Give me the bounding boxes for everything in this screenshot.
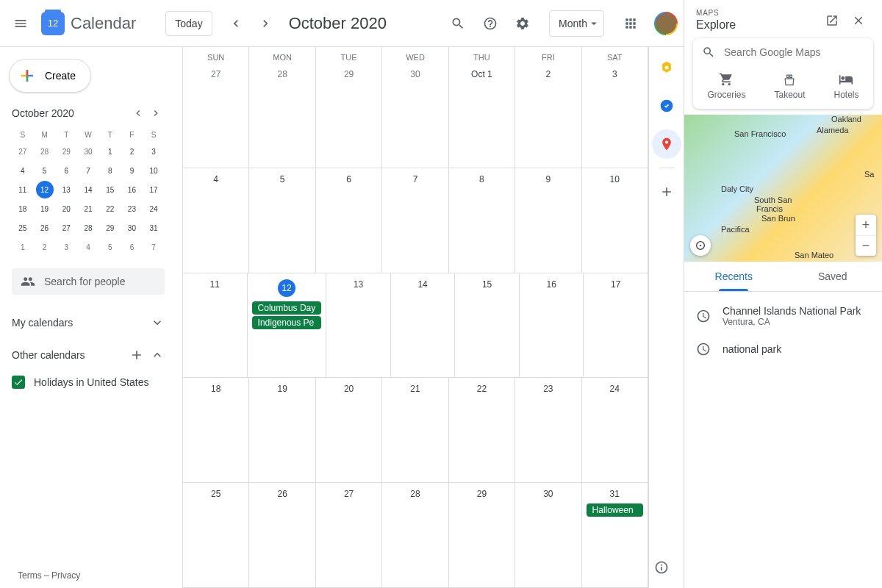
mini-day[interactable]: 17 bbox=[145, 181, 162, 198]
view-switcher[interactable]: Month bbox=[549, 10, 604, 37]
day-cell[interactable]: 16 bbox=[520, 273, 584, 378]
mini-day[interactable]: 12 bbox=[36, 181, 54, 198]
mini-day[interactable]: 5 bbox=[101, 238, 119, 256]
other-calendars-section[interactable]: Other calendars bbox=[6, 339, 171, 371]
add-addon-button[interactable] bbox=[652, 177, 681, 207]
maps-search-input[interactable] bbox=[724, 46, 864, 58]
tab-saved[interactable]: Saved bbox=[784, 262, 883, 291]
recenter-button[interactable] bbox=[690, 235, 711, 256]
tab-recents[interactable]: Recents bbox=[684, 262, 784, 291]
mini-day[interactable]: 30 bbox=[79, 143, 97, 160]
mini-day[interactable]: 15 bbox=[101, 181, 119, 198]
search-button[interactable] bbox=[443, 9, 473, 38]
mini-day[interactable]: 1 bbox=[14, 238, 32, 256]
day-cell[interactable]: 26 bbox=[249, 483, 315, 587]
mini-day[interactable]: 20 bbox=[57, 200, 75, 218]
day-cell[interactable]: 27 bbox=[183, 63, 249, 168]
day-cell[interactable]: 28 bbox=[382, 483, 448, 587]
mini-day[interactable]: 4 bbox=[79, 238, 97, 256]
mini-day[interactable]: 19 bbox=[36, 200, 54, 218]
menu-button[interactable] bbox=[6, 9, 35, 38]
day-cell[interactable]: 23 bbox=[515, 378, 581, 482]
settings-button[interactable] bbox=[508, 9, 537, 38]
mini-day[interactable]: 13 bbox=[57, 181, 75, 198]
day-cell[interactable]: 4 bbox=[183, 168, 249, 273]
day-cell[interactable]: 3 bbox=[582, 63, 648, 168]
mini-day[interactable]: 28 bbox=[79, 219, 97, 237]
mini-day[interactable]: 9 bbox=[123, 162, 140, 179]
day-cell[interactable]: 25 bbox=[183, 483, 249, 587]
apps-button[interactable] bbox=[616, 9, 645, 38]
mini-day[interactable]: 22 bbox=[101, 200, 119, 218]
zoom-in-button[interactable]: + bbox=[856, 215, 876, 235]
mini-day[interactable]: 2 bbox=[123, 143, 140, 160]
help-button[interactable] bbox=[476, 9, 505, 38]
mini-day[interactable]: 6 bbox=[123, 238, 140, 256]
day-cell[interactable]: 29 bbox=[449, 483, 515, 587]
recent-item[interactable]: national park bbox=[684, 334, 882, 364]
search-people-input[interactable]: Search for people bbox=[12, 268, 165, 295]
day-cell[interactable]: 5 bbox=[249, 168, 315, 273]
mini-day[interactable]: 4 bbox=[14, 162, 32, 179]
mini-day[interactable]: 23 bbox=[123, 200, 140, 218]
event-chip[interactable]: Halloween bbox=[587, 503, 643, 517]
mini-day[interactable]: 27 bbox=[57, 219, 75, 237]
day-cell[interactable]: 22 bbox=[449, 378, 515, 482]
day-cell[interactable]: 12Columbus DayIndigenous Pe bbox=[248, 273, 327, 378]
mini-day[interactable]: 8 bbox=[101, 162, 119, 179]
mini-day[interactable]: 30 bbox=[123, 219, 140, 237]
day-cell[interactable]: 30 bbox=[515, 483, 581, 587]
checkbox-checked-icon[interactable] bbox=[12, 376, 25, 389]
day-cell[interactable]: 9 bbox=[515, 168, 581, 273]
day-cell[interactable]: 27 bbox=[316, 483, 382, 587]
day-cell[interactable]: 10 bbox=[582, 168, 648, 273]
terms-link[interactable]: Terms bbox=[18, 570, 42, 581]
mini-day[interactable]: 14 bbox=[79, 181, 97, 198]
mini-day[interactable]: 26 bbox=[36, 219, 54, 237]
day-cell[interactable]: 19 bbox=[249, 378, 315, 482]
mini-day[interactable]: 28 bbox=[36, 143, 54, 160]
day-cell[interactable]: 8 bbox=[449, 168, 515, 273]
event-chip[interactable]: Indigenous Pe bbox=[252, 316, 322, 329]
mini-day[interactable]: 6 bbox=[57, 162, 75, 179]
map-preview[interactable]: + − San FranciscoAlamedaDaly CitySouth S… bbox=[684, 115, 882, 262]
prev-month-button[interactable] bbox=[221, 9, 251, 38]
info-button[interactable] bbox=[647, 553, 676, 582]
mini-day[interactable]: 27 bbox=[14, 143, 32, 160]
category-takeout[interactable]: Takeout bbox=[774, 72, 805, 100]
calendar-holidays[interactable]: Holidays in United States bbox=[6, 371, 171, 393]
day-cell[interactable]: 15 bbox=[455, 273, 520, 378]
today-button[interactable]: Today bbox=[165, 11, 212, 36]
day-cell[interactable]: Oct 1 bbox=[449, 63, 515, 168]
recent-item[interactable]: Channel Islands National ParkVentura, CA bbox=[684, 298, 882, 334]
day-cell[interactable]: 6 bbox=[316, 168, 382, 273]
mini-day[interactable]: 10 bbox=[145, 162, 162, 179]
my-calendars-section[interactable]: My calendars bbox=[6, 306, 171, 339]
keep-addon[interactable] bbox=[652, 53, 681, 82]
mini-day[interactable]: 31 bbox=[145, 219, 162, 237]
category-hotels[interactable]: Hotels bbox=[833, 72, 858, 100]
mini-day[interactable]: 29 bbox=[101, 219, 119, 237]
next-month-button[interactable] bbox=[251, 9, 280, 38]
maps-addon[interactable] bbox=[652, 129, 681, 159]
day-cell[interactable]: 21 bbox=[382, 378, 448, 482]
mini-day[interactable]: 1 bbox=[101, 143, 119, 160]
mini-day[interactable]: 29 bbox=[57, 143, 75, 160]
day-cell[interactable]: 20 bbox=[316, 378, 382, 482]
mini-day[interactable]: 21 bbox=[79, 200, 97, 218]
open-external-button[interactable] bbox=[820, 9, 844, 32]
mini-day[interactable]: 7 bbox=[79, 162, 97, 179]
zoom-out-button[interactable]: − bbox=[856, 235, 876, 256]
mini-day[interactable]: 24 bbox=[145, 200, 162, 218]
mini-day[interactable]: 2 bbox=[36, 238, 54, 256]
day-cell[interactable]: 28 bbox=[249, 63, 315, 168]
privacy-link[interactable]: Privacy bbox=[51, 570, 80, 581]
tasks-addon[interactable] bbox=[652, 91, 681, 121]
mini-day[interactable]: 25 bbox=[14, 219, 32, 237]
mini-prev-button[interactable] bbox=[129, 104, 147, 122]
day-cell[interactable]: 18 bbox=[183, 378, 249, 482]
day-cell[interactable]: 24 bbox=[582, 378, 648, 482]
day-cell[interactable]: 31Halloween bbox=[582, 483, 648, 587]
account-avatar[interactable] bbox=[654, 12, 678, 35]
mini-day[interactable]: 11 bbox=[14, 181, 32, 198]
